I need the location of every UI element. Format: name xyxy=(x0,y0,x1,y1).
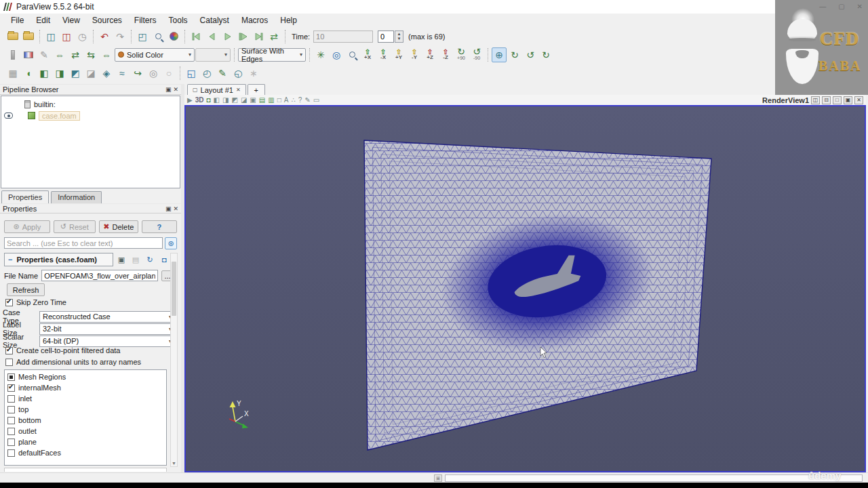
group-datasets-icon[interactable]: ◎ xyxy=(146,66,161,81)
select-surface-cells-icon[interactable]: ◧ xyxy=(214,96,220,104)
render-viewport[interactable]: Y X xyxy=(184,105,866,472)
select-frustum-cells-icon[interactable]: ◩ xyxy=(231,96,237,104)
contour-filter-icon[interactable]: ◖ xyxy=(21,66,36,81)
rescale-temporal-range-icon[interactable]: ⇆ xyxy=(83,47,98,62)
clip-filter-icon[interactable]: ◧ xyxy=(37,66,52,81)
layout-tab-close-icon[interactable]: ✕ xyxy=(236,87,241,93)
reset-button[interactable]: ↺Reset xyxy=(54,220,96,233)
inlet-checkbox[interactable] xyxy=(7,395,15,403)
region-row-internalmesh[interactable]: internalMesh xyxy=(7,382,166,393)
refresh-button[interactable]: Refresh xyxy=(7,283,45,296)
select-polygon-cells-icon[interactable]: ▣ xyxy=(250,96,256,104)
region-row-inlet[interactable]: inlet xyxy=(7,393,166,404)
capture-screenshot-icon[interactable]: ◘ xyxy=(207,96,211,104)
set-view-plus-x-button[interactable]: ⇧+X xyxy=(360,47,375,62)
maximize-view-icon[interactable]: □ xyxy=(833,96,842,104)
dock-close-icon[interactable]: ✕ xyxy=(173,205,178,212)
plot-over-line-icon[interactable]: ✎ xyxy=(215,66,230,81)
region-row-defaultfaces[interactable]: defaultFaces xyxy=(7,447,166,458)
time-value-field[interactable] xyxy=(313,30,373,43)
rescale-custom-range-icon[interactable]: ⇄ xyxy=(68,47,83,62)
zoom-to-box-icon[interactable] xyxy=(344,47,359,62)
visibility-eye-icon[interactable] xyxy=(4,113,13,119)
search-options-gear-icon[interactable]: ⊛ xyxy=(165,237,177,249)
spin-up-icon[interactable]: ▲ xyxy=(397,32,401,37)
split-vertical-icon[interactable]: ⊟ xyxy=(822,96,831,104)
dock-float-icon[interactable]: ▣ xyxy=(165,205,172,212)
spin-down-icon[interactable]: ▼ xyxy=(397,37,401,41)
play-button[interactable] xyxy=(220,29,235,44)
toggle-color-legend-icon[interactable] xyxy=(5,47,20,62)
menu-file[interactable]: File xyxy=(5,14,29,26)
color-palette-icon[interactable] xyxy=(166,29,181,44)
pipeline-source-row[interactable]: case.foam xyxy=(1,110,180,121)
menu-help[interactable]: Help xyxy=(275,14,302,26)
scrollbar-thumb[interactable] xyxy=(172,262,176,316)
help-button[interactable]: ? xyxy=(142,220,177,233)
split-horizontal-icon[interactable]: ◫ xyxy=(811,96,820,104)
set-view-plus-y-button[interactable]: ⇧+Y xyxy=(391,47,406,62)
pipeline-server-row[interactable]: builtin: xyxy=(1,98,180,110)
show-center-axes-icon[interactable]: ⊕ xyxy=(492,47,507,62)
progress-abort-icon[interactable]: ▣ xyxy=(434,474,442,482)
copy-properties-icon[interactable]: ▣ xyxy=(115,253,127,266)
grow-selection-icon[interactable]: ✎ xyxy=(304,96,310,104)
detach-view-icon[interactable]: ▣ xyxy=(844,96,852,104)
plane-checkbox[interactable] xyxy=(7,439,15,446)
file-name-input[interactable] xyxy=(41,270,158,281)
reset-center-icon[interactable]: ↻ xyxy=(538,47,553,62)
tab-properties[interactable]: Properties xyxy=(1,190,49,203)
dock-close-icon[interactable]: ✕ xyxy=(173,86,178,93)
rescale-to-data-range-icon[interactable]: ⇔ xyxy=(52,47,67,62)
reset-camera-icon[interactable]: ✳ xyxy=(313,47,328,62)
menu-sources[interactable]: Sources xyxy=(87,14,127,26)
loop-button[interactable]: ⇄ xyxy=(267,29,281,44)
menu-macros[interactable]: Macros xyxy=(236,14,273,26)
menu-catalyst[interactable]: Catalyst xyxy=(195,14,235,26)
skip-zero-checkbox[interactable] xyxy=(5,299,13,306)
pipeline-item-label[interactable]: case.foam xyxy=(39,111,80,121)
cell-to-point-checkbox[interactable] xyxy=(5,347,13,354)
menu-edit[interactable]: Edit xyxy=(31,14,56,26)
bottom-checkbox[interactable] xyxy=(7,417,15,424)
menu-view[interactable]: View xyxy=(57,14,85,26)
source-icon[interactable]: ◰ xyxy=(135,29,150,44)
close-icon[interactable]: ✕ xyxy=(857,3,863,10)
dock-float-icon[interactable]: ▣ xyxy=(165,86,172,93)
glyph-filter-icon[interactable]: ◈ xyxy=(99,66,114,81)
select-frustum-points-icon[interactable]: ◪ xyxy=(241,96,247,104)
warp-by-vector-icon[interactable]: ↪ xyxy=(130,66,145,81)
properties-scrollbar[interactable]: ▼ xyxy=(170,253,178,467)
region-row-outlet[interactable]: outlet xyxy=(7,426,166,436)
threshold-filter-icon[interactable]: ◩ xyxy=(68,66,83,81)
tab-information[interactable]: Information xyxy=(51,191,102,203)
set-view-minus-x-button[interactable]: ⇧-X xyxy=(376,47,391,62)
pick-center-icon[interactable]: ↺ xyxy=(523,47,538,62)
scroll-down-icon[interactable]: ▼ xyxy=(171,461,177,466)
dimensional-units-checkbox[interactable] xyxy=(5,359,13,366)
rotate-90-cw-button[interactable]: ↻+90 xyxy=(454,47,469,62)
interactive-select-cells-icon[interactable]: ▥ xyxy=(268,96,274,104)
apply-button[interactable]: ⊛Apply xyxy=(4,220,50,233)
frame-spinbox[interactable] xyxy=(378,30,394,43)
region-row-plane[interactable]: plane xyxy=(7,436,166,447)
first-frame-button[interactable] xyxy=(189,29,203,44)
paste-properties-icon[interactable]: ▤ xyxy=(130,253,142,266)
hover-points-icon[interactable]: ∴ xyxy=(291,96,295,104)
rotate-90-ccw-button[interactable]: ↺-90 xyxy=(469,47,484,62)
layout-tab[interactable]: ▢ Layout #1 ✕ xyxy=(187,84,246,95)
mesh-regions-tristate-checkbox[interactable] xyxy=(7,373,15,381)
reset-color-range-icon[interactable]: ✎ xyxy=(37,47,52,62)
save-defaults-icon[interactable]: ◘ xyxy=(158,253,170,266)
spreadsheet-view-icon[interactable]: ◱ xyxy=(184,66,199,81)
last-frame-button[interactable] xyxy=(251,29,266,44)
interactive-select-points-icon[interactable]: □ xyxy=(277,96,281,104)
disconnect-server-icon[interactable]: ◫ xyxy=(59,29,74,44)
edit-color-map-icon[interactable] xyxy=(21,47,36,62)
menu-filters[interactable]: Filters xyxy=(129,14,162,26)
defaultfaces-checkbox[interactable] xyxy=(7,449,15,457)
redo-icon[interactable]: ↷ xyxy=(113,29,127,44)
scalar-size-dropdown[interactable]: 64-bit (DP)▾ xyxy=(39,336,175,347)
hover-cells-icon[interactable]: ? xyxy=(298,96,302,104)
next-frame-button[interactable] xyxy=(235,29,250,44)
